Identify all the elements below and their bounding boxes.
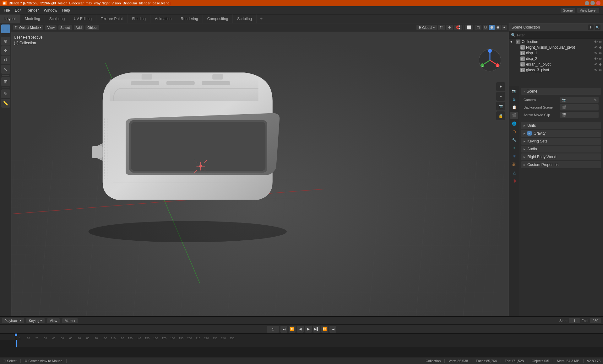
tab-scripting[interactable]: Scripting [233, 14, 257, 23]
outliner-filter-button[interactable]: ⬇ [588, 24, 594, 30]
viewport-view-menu[interactable]: View [45, 25, 57, 30]
snap-toggle[interactable]: 🧲 [454, 25, 462, 30]
tab-shading[interactable]: Shading [128, 14, 150, 23]
keying-menu[interactable]: Keying ▾ [26, 318, 45, 323]
tab-rendering[interactable]: Rendering [176, 14, 203, 23]
jump-start-button[interactable]: ⏮ [280, 326, 287, 333]
menu-file[interactable]: File [1, 8, 12, 13]
shading-material[interactable]: ◉ [495, 25, 501, 30]
glass-vis[interactable]: 👁 [594, 68, 598, 72]
tab-sculpting[interactable]: Sculpting [45, 14, 69, 23]
tool-select[interactable]: ⬚ [1, 24, 10, 33]
glass-sel[interactable]: ⊕ [599, 68, 602, 72]
menu-render[interactable]: Render [24, 8, 41, 13]
tab-modeling[interactable]: Modeling [20, 14, 45, 23]
mode-selector[interactable]: ⬚ Object Mode ▾ [13, 25, 43, 30]
outliner-item-binocular[interactable]: ▷ Night_Vision_Binocular_pivot 👁 ⊕ [509, 45, 603, 50]
prop-physics-tab[interactable]: ⚛ [510, 153, 518, 160]
tab-layout[interactable]: Layout [0, 14, 20, 23]
add-workspace-button[interactable]: + [257, 15, 266, 23]
tab-animation[interactable]: Animation [150, 14, 176, 23]
tab-texture-paint[interactable]: Texture Paint [96, 14, 128, 23]
scene-section-header[interactable]: ▾ Scene [521, 88, 601, 95]
next-frame-button[interactable]: ▶▌ [313, 326, 320, 333]
keying-sets-header[interactable]: ▶ Keying Sets [521, 138, 601, 145]
prop-render-tab[interactable]: 📷 [510, 87, 518, 95]
prop-output-tab[interactable]: 🖨 [510, 95, 518, 103]
next-keyframe-button[interactable]: ⏩ [321, 326, 328, 333]
proportional-edit[interactable]: ⊙ [446, 25, 453, 30]
tool-annotate[interactable]: ✎ [1, 89, 10, 98]
disp1-sel[interactable]: ⊕ [599, 51, 602, 55]
outliner-filter-input[interactable] [517, 33, 601, 37]
jump-end-button[interactable]: ⏭ [329, 326, 336, 333]
3d-viewport[interactable]: User Perspective (1) Collection + − 📷 🔒 [11, 32, 509, 316]
prop-world-tab[interactable]: 🌐 [510, 120, 518, 127]
prop-data-tab[interactable]: △ [510, 169, 518, 176]
camera-field[interactable]: 📷 ✎ [560, 97, 599, 103]
custom-props-header[interactable]: ▶ Custom Properties [521, 161, 601, 168]
tool-move[interactable]: ✥ [1, 46, 10, 55]
audio-section-header[interactable]: ▶ Audio [521, 146, 601, 153]
ekran-vis[interactable]: 👁 [594, 62, 598, 67]
ekran-sel[interactable]: ⊕ [599, 62, 602, 67]
bg-scene-field[interactable]: 🎬 [560, 104, 599, 110]
outliner-search-button[interactable]: 🔍 [595, 24, 600, 30]
menu-help[interactable]: Help [60, 8, 73, 13]
end-frame-field[interactable]: 250 [590, 318, 601, 323]
prop-viewlayer-tab[interactable]: 📋 [510, 104, 518, 111]
disp2-sel[interactable]: ⊕ [599, 57, 602, 61]
global-local-toggle[interactable]: ⊕ Global ▾ [416, 25, 437, 30]
minimize-button[interactable] [585, 1, 589, 5]
disp1-vis[interactable]: 👁 [594, 51, 598, 55]
tool-scale[interactable]: ⤡ [1, 65, 10, 74]
timeline-track[interactable] [16, 340, 603, 347]
prop-particles-tab[interactable]: ✦ [510, 144, 518, 152]
prop-material-tab[interactable]: ◎ [510, 177, 518, 185]
timeline-view-menu[interactable]: View [47, 318, 60, 323]
gravity-checkbox[interactable]: ✓ [527, 131, 532, 136]
frame-display-box[interactable]: 1 [267, 326, 279, 333]
xray-toggle[interactable]: ◫ [475, 25, 481, 30]
marker-menu[interactable]: Marker [62, 318, 78, 323]
gravity-section-header[interactable]: ▶ ✓ Gravity [521, 130, 601, 137]
transform-orientation[interactable]: ⬚ [438, 25, 445, 30]
prop-modifier-tab[interactable]: 🔧 [510, 136, 518, 144]
item-sel-icon[interactable]: ⊕ [599, 46, 602, 50]
menu-window[interactable]: Window [41, 8, 60, 13]
viewport-select-menu[interactable]: Select [58, 25, 72, 30]
zoom-in-button[interactable]: + [496, 82, 505, 91]
tool-cursor[interactable]: ⊕ [1, 37, 10, 46]
movie-clip-field[interactable]: 🎬 [560, 112, 599, 118]
prev-keyframe-button[interactable]: ⏪ [289, 326, 296, 333]
camera-button[interactable]: 📷 [496, 102, 505, 110]
tab-compositing[interactable]: Compositing [203, 14, 233, 23]
view-layer-name[interactable]: View Layer [577, 8, 599, 13]
playback-menu[interactable]: Playback ▾ [2, 318, 24, 323]
collection-expand[interactable]: ▾ [510, 40, 515, 44]
camera-edit-icon[interactable]: ✎ [594, 98, 597, 102]
scene-name[interactable]: Scene [561, 8, 575, 13]
outliner-item-disp2[interactable]: ▷ disp_2 👁 ⊕ [509, 56, 603, 62]
shading-wireframe[interactable]: ⬡ [483, 25, 488, 30]
play-button[interactable]: ▶ [305, 326, 312, 333]
shading-solid[interactable]: ⬢ [489, 25, 495, 30]
viewport-gizmo[interactable]: Z X Y [477, 48, 503, 73]
zoom-out-button[interactable]: − [496, 92, 505, 101]
viewport-add-menu[interactable]: Add [74, 25, 84, 30]
timeline-ruler[interactable]: 1 10 20 30 40 50 60 70 80 90 100 110 120… [0, 334, 603, 340]
viewport-object-menu[interactable]: Object [85, 25, 99, 30]
prop-constraints-tab[interactable]: ⛓ [510, 161, 518, 168]
lock-button[interactable]: 🔒 [496, 111, 505, 120]
tool-measure[interactable]: 📏 [1, 99, 10, 108]
item-vis-icon[interactable]: 👁 [594, 46, 598, 50]
collection-restrict-icon[interactable]: ⊕ [599, 40, 602, 44]
tool-rotate[interactable]: ↺ [1, 56, 10, 64]
units-section-header[interactable]: ▶ Units [521, 122, 601, 129]
outliner-item-disp1[interactable]: ▷ disp_1 👁 ⊕ [509, 50, 603, 56]
start-frame-field[interactable]: 1 [569, 318, 580, 323]
close-button[interactable] [596, 1, 600, 5]
collection-visibility-icon[interactable]: 👁 [594, 40, 598, 44]
overlay-toggle[interactable]: ⬜ [465, 25, 473, 30]
menu-edit[interactable]: Edit [12, 8, 24, 13]
